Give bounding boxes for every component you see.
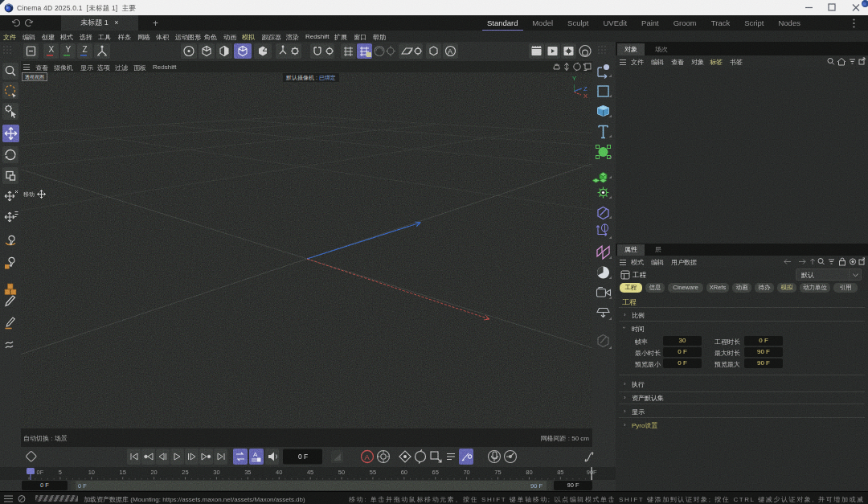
svg-text:A: A (365, 453, 371, 461)
svg-text:80: 80 (526, 469, 532, 476)
svg-text:A: A (448, 47, 452, 55)
svg-text:10: 10 (88, 469, 95, 476)
svg-text:45: 45 (307, 469, 313, 476)
svg-text:40: 40 (276, 469, 282, 476)
svg-text:0 F: 0 F (298, 453, 308, 461)
svg-text:5: 5 (59, 469, 62, 476)
svg-text:25: 25 (182, 469, 188, 476)
svg-text:Z: Z (83, 45, 88, 54)
svg-text:85: 85 (557, 469, 563, 476)
svg-text:X: X (49, 45, 55, 54)
svg-text:35: 35 (244, 469, 251, 476)
svg-text:55: 55 (370, 469, 376, 476)
svg-text:75: 75 (494, 469, 501, 476)
svg-text:15: 15 (120, 469, 126, 476)
svg-text:A: A (253, 451, 258, 458)
svg-text:0F: 0F (37, 469, 44, 476)
svg-text:65: 65 (432, 469, 439, 476)
svg-text:70: 70 (463, 469, 469, 476)
svg-text:50: 50 (338, 469, 345, 476)
svg-text:20: 20 (150, 469, 157, 476)
svg-text:Y: Y (66, 45, 72, 54)
svg-text:60: 60 (401, 469, 407, 476)
svg-text:30: 30 (213, 469, 219, 476)
